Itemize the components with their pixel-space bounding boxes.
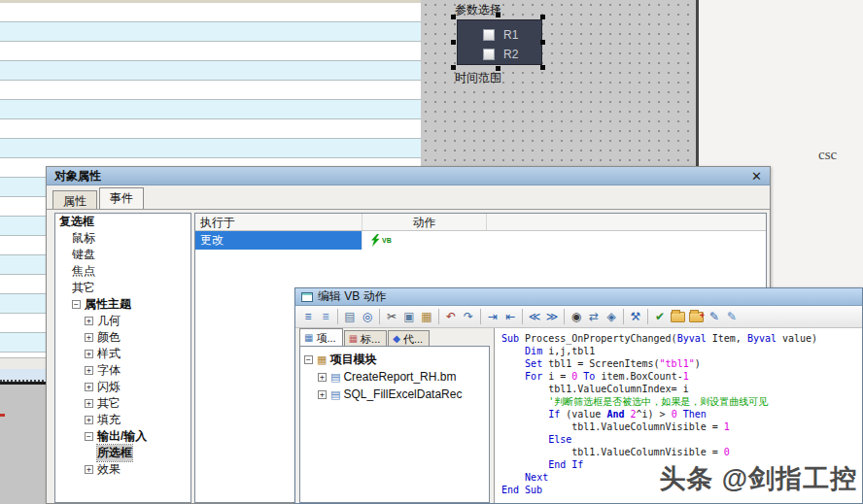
tree-item-label: 属性主题 <box>85 296 131 313</box>
ruler-marker <box>0 414 5 417</box>
undo-icon[interactable]: ↶ <box>442 308 460 325</box>
plus-expander-icon[interactable]: + <box>85 366 93 375</box>
plus-expander-icon[interactable]: + <box>318 390 327 399</box>
minus-expander-icon[interactable]: − <box>304 355 313 364</box>
indent-left-icon[interactable]: ⇤ <box>501 308 519 325</box>
column-header-event[interactable]: 执行于 <box>195 214 362 230</box>
tree-item[interactable]: +其它 <box>55 395 190 412</box>
tab-label: 标... <box>361 332 380 347</box>
plus-expander-icon[interactable]: + <box>85 416 93 424</box>
tree-item-label: 样式 <box>97 346 121 362</box>
plus-expander-icon[interactable]: + <box>318 373 327 382</box>
action-cell[interactable]: VB <box>362 231 487 250</box>
tree-item-label: 颜色 <box>97 329 121 346</box>
dialog-titlebar[interactable]: 对象属性 ✕ <box>47 167 770 185</box>
code-line: tbl1.ValueColumnVisible = 0 <box>501 446 862 458</box>
table-row[interactable]: 更改 VB <box>195 231 766 250</box>
new-folder-icon[interactable]: + <box>689 312 704 322</box>
replace-icon[interactable]: ⇄ <box>585 308 603 325</box>
selection-handle[interactable] <box>540 65 545 70</box>
open-folder-icon[interactable] <box>671 312 685 322</box>
selection-handle[interactable] <box>540 40 545 45</box>
watermark-text: 头条 @剑指工控 <box>659 461 857 496</box>
cut-icon[interactable]: ✂ <box>383 308 400 325</box>
vb-window-title: 编辑 VB 动作 <box>318 288 387 305</box>
plus-expander-icon[interactable]: + <box>85 465 93 474</box>
project-tab[interactable]: ▦项... <box>299 328 343 346</box>
code-line: For i = 0 To item.BoxCount-1 <box>501 370 862 383</box>
code-line: '判断筛选框是否被选中，如果是，则设置曲线可见 <box>501 395 862 408</box>
tab-label: 代... <box>403 332 423 347</box>
format-left-icon[interactable]: ≪ <box>526 308 543 325</box>
tree-item[interactable]: +闪烁 <box>55 379 190 395</box>
redo-icon[interactable]: ↷ <box>460 308 477 325</box>
tree-item[interactable]: +样式 <box>55 346 190 362</box>
project-tree-item[interactable]: +▤CreateReport_RH.bm <box>300 368 489 386</box>
tree-item[interactable]: +颜色 <box>55 329 190 346</box>
vb-titlebar[interactable]: 编辑 VB 动作 <box>295 288 862 306</box>
project-tree-item[interactable]: +▤SQL_FillExcelDataRec <box>300 386 489 403</box>
copy-icon[interactable]: ▣ <box>400 308 418 325</box>
selection-handle[interactable] <box>496 13 501 17</box>
tree-item[interactable]: +字体 <box>55 362 190 379</box>
plus-expander-icon[interactable]: + <box>85 383 93 391</box>
tree-item-label: 字体 <box>97 362 121 379</box>
plus-expander-icon[interactable]: + <box>85 350 93 358</box>
tree-item-label: 焦点 <box>72 263 95 280</box>
wrench-icon[interactable]: ⚒ <box>627 308 644 325</box>
tree-item[interactable]: 其它 <box>55 280 190 296</box>
screen: csc 参数选择 R1 R2 时间范围 对象属性 ✕ 属性 事件 复选框鼠标键盘… <box>0 0 863 504</box>
checkbox-label: R2 <box>503 48 518 61</box>
project-tree-item[interactable]: −▦项目模块 <box>300 351 489 368</box>
tree-item[interactable]: −输出/输入 <box>55 428 190 445</box>
toolbar-separator <box>647 309 648 324</box>
checkbox-row[interactable]: R1 <box>483 28 518 42</box>
panel-lines2-icon[interactable]: ≡ <box>317 308 334 325</box>
close-icon[interactable]: ✕ <box>751 170 762 183</box>
checkbox-icon[interactable] <box>483 49 495 60</box>
pen-icon[interactable]: ✎ <box>706 308 723 325</box>
script-page-icon: ▤ <box>330 368 340 386</box>
find-icon[interactable]: ◉ <box>568 308 585 325</box>
selection-handle[interactable] <box>451 15 456 19</box>
paste-icon[interactable]: ▦ <box>418 308 435 325</box>
code-line: Set tbl1 = ScreenItems("tbl1") <box>501 357 862 370</box>
minus-expander-icon[interactable]: − <box>72 300 81 309</box>
event-cell[interactable]: 更改 <box>195 231 362 250</box>
tree-item[interactable]: 复选框 <box>55 214 190 230</box>
minus-expander-icon[interactable]: − <box>85 432 93 441</box>
tree-item[interactable]: 所选框 <box>55 445 190 461</box>
tree-item[interactable]: 键盘 <box>55 247 190 263</box>
tree-item[interactable]: 焦点 <box>55 263 190 280</box>
checkbox-row[interactable]: R2 <box>483 48 518 61</box>
validate-script-icon[interactable]: ✔ <box>651 308 669 325</box>
format-right-icon[interactable]: ≫ <box>543 308 561 325</box>
tree-item[interactable]: +几何 <box>55 313 190 329</box>
tags-tab[interactable]: ▦标... <box>344 330 388 346</box>
selection-handle[interactable] <box>451 40 456 45</box>
checkbox-icon[interactable] <box>483 29 495 41</box>
checkbox-widget[interactable]: R1 R2 <box>457 19 542 65</box>
tree-item[interactable]: +效果 <box>55 461 190 478</box>
indent-right-icon[interactable]: ⇥ <box>484 308 501 325</box>
column-header-action[interactable]: 动作 <box>362 214 487 230</box>
selection-handle[interactable] <box>540 15 545 19</box>
event-tree: 复选框鼠标键盘焦点其它−属性主题+几何+颜色+样式+字体+闪烁+其它+填充−输出… <box>54 213 191 503</box>
code-tab[interactable]: ◆代... <box>388 330 430 346</box>
tree-item-label: 鼠标 <box>72 230 95 247</box>
toolbar-separator <box>337 309 338 324</box>
plus-expander-icon[interactable]: + <box>85 399 93 408</box>
code-line: Sub Process_OnPropertyChanged(Byval Item… <box>501 332 862 345</box>
plus-expander-icon[interactable]: + <box>85 333 93 342</box>
tree-item[interactable]: −属性主题 <box>55 296 190 313</box>
print-icon[interactable]: ▤ <box>341 308 359 325</box>
print-preview-icon[interactable]: ◎ <box>359 308 376 325</box>
tree-item[interactable]: +填充 <box>55 412 190 428</box>
tree-item[interactable]: 鼠标 <box>55 230 190 247</box>
pen2-icon[interactable]: ✎ <box>723 308 741 325</box>
plus-expander-icon[interactable]: + <box>85 317 93 325</box>
panel-lines-icon[interactable]: ≡ <box>299 308 317 325</box>
find-next-icon[interactable]: ◈ <box>603 308 620 325</box>
tab-properties[interactable]: 属性 <box>52 190 97 209</box>
tab-events[interactable]: 事件 <box>99 187 144 209</box>
